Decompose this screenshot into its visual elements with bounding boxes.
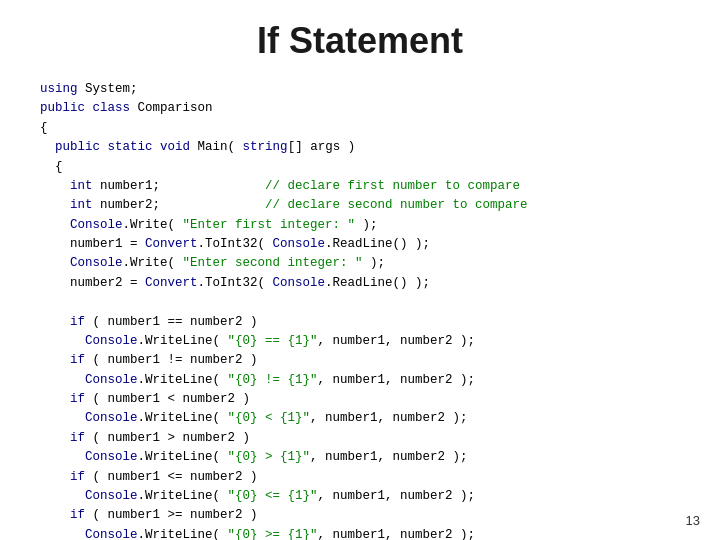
- line-if5: if ( number1 <= number2 ): [40, 470, 258, 484]
- line-using: using System;: [40, 82, 138, 96]
- line-main-brace: {: [40, 160, 63, 174]
- line-if4-body: Console.WriteLine( "{0} > {1}", number1,…: [40, 450, 468, 464]
- line-convert2: number2 = Convert.ToInt32( Console.ReadL…: [40, 276, 430, 290]
- line-if1-body: Console.WriteLine( "{0} == {1}", number1…: [40, 334, 475, 348]
- slide-title: If Statement: [40, 20, 680, 62]
- line-if6-body: Console.WriteLine( "{0} >= {1}", number1…: [40, 528, 475, 540]
- line-class: public class Comparison: [40, 101, 213, 115]
- line-open-brace: {: [40, 121, 48, 135]
- line-convert1: number1 = Convert.ToInt32( Console.ReadL…: [40, 237, 430, 251]
- line-if5-body: Console.WriteLine( "{0} <= {1}", number1…: [40, 489, 475, 503]
- line-if1: if ( number1 == number2 ): [40, 315, 258, 329]
- line-if3: if ( number1 < number2 ): [40, 392, 250, 406]
- line-write1: Console.Write( "Enter first integer: " )…: [40, 218, 378, 232]
- code-block: using System; public class Comparison { …: [40, 80, 680, 540]
- line-int1: int number1; // declare first number to …: [40, 179, 520, 193]
- line-if2-body: Console.WriteLine( "{0} != {1}", number1…: [40, 373, 475, 387]
- page-number: 13: [686, 513, 700, 528]
- line-if3-body: Console.WriteLine( "{0} < {1}", number1,…: [40, 411, 468, 425]
- line-main: public static void Main( string[] args ): [40, 140, 355, 154]
- line-if6: if ( number1 >= number2 ): [40, 508, 258, 522]
- line-write2: Console.Write( "Enter second integer: " …: [40, 256, 385, 270]
- line-if2: if ( number1 != number2 ): [40, 353, 258, 367]
- line-int2: int number2; // declare second number to…: [40, 198, 528, 212]
- slide: If Statement using System; public class …: [0, 0, 720, 540]
- line-if4: if ( number1 > number2 ): [40, 431, 250, 445]
